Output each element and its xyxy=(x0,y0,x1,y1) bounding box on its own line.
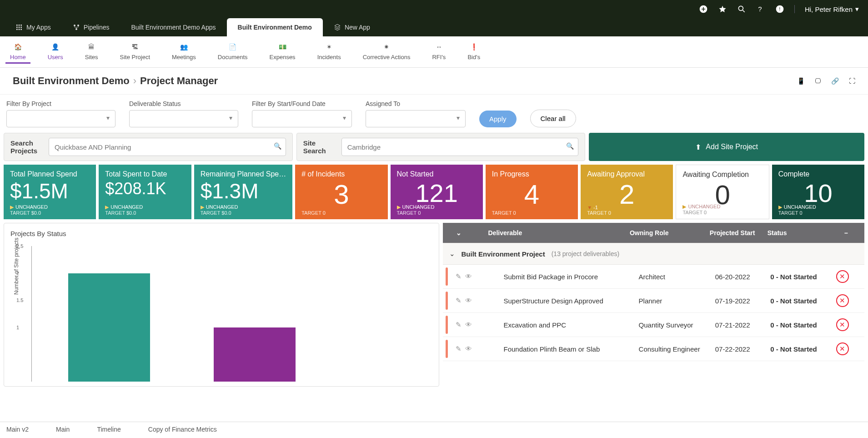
table-row[interactable]: ✎👁 Submit Bid Package in Procore Archite… xyxy=(443,265,865,289)
card-complete[interactable]: Complete 10 ▶UNCHANGEDTARGET 0 xyxy=(772,165,864,219)
search-icon[interactable]: 🔍 xyxy=(566,142,574,150)
filter-status-select[interactable] xyxy=(129,110,238,127)
card-remaining[interactable]: Remaining Planned Spe… $1.3M ▶UNCHANGEDT… xyxy=(194,165,293,219)
clear-button[interactable]: Clear all xyxy=(530,110,576,127)
filter-project-select[interactable] xyxy=(6,110,115,127)
share-icon[interactable]: 🔗 xyxy=(831,77,839,85)
present-icon[interactable]: 🖵 xyxy=(815,77,821,85)
view-icon[interactable]: 👁 xyxy=(465,321,472,329)
tab-new-app[interactable]: New App xyxy=(323,18,381,36)
alert-icon[interactable]: ! xyxy=(775,5,784,14)
apply-button[interactable]: Apply xyxy=(479,111,517,127)
search-site-input[interactable] xyxy=(341,138,579,156)
search-row: Search Projects 🔍 Site Search 🔍 ⬆ Add Si… xyxy=(0,133,868,161)
user-menu[interactable]: Hi, Peter Rifken ▾ xyxy=(805,5,859,13)
nav-sites[interactable]: 🏛Sites xyxy=(80,40,103,64)
filter-project-label: Filter By Project xyxy=(6,100,115,107)
cell-deliverable: SuperStructure Design Approved xyxy=(486,297,635,305)
th-role[interactable]: Owning Role xyxy=(626,229,706,237)
card-not-started[interactable]: Not Started 121 ▶UNCHANGEDTARGET 0 xyxy=(391,165,483,219)
table-row[interactable]: ✎👁 SuperStructure Design Approved Planne… xyxy=(443,289,865,313)
nav-users[interactable]: 👤Users xyxy=(43,40,68,64)
card-awaiting-approval[interactable]: Awaiting Approval 2 ▼ -1TARGET 0 xyxy=(581,165,673,219)
cell-date: 06-20-2022 xyxy=(712,273,767,281)
breadcrumb-app[interactable]: Built Environment Demo xyxy=(13,75,130,87)
view-icon[interactable]: 👁 xyxy=(465,272,472,281)
status-stripe xyxy=(446,267,448,286)
svg-rect-5 xyxy=(16,25,18,26)
search-icon[interactable] xyxy=(737,5,746,14)
tab-my-apps[interactable]: My Apps xyxy=(5,18,62,36)
tab-demo-apps[interactable]: Built Environment Demo Apps xyxy=(120,18,227,36)
card-planned-spend[interactable]: Total Planned Spend $1.5M ▶UNCHANGEDTARG… xyxy=(4,165,96,219)
svg-rect-6 xyxy=(19,25,20,26)
edit-icon[interactable]: ✎ xyxy=(456,272,462,281)
table-row[interactable]: ✎👁 Foundation Plinth Beam or Slab Consul… xyxy=(443,337,865,361)
nav-documents[interactable]: 📄Documents xyxy=(213,40,252,64)
nav-incidents[interactable]: ✶Incidents xyxy=(313,40,346,64)
nav-meetings[interactable]: 👥Meetings xyxy=(167,40,201,64)
view-icon[interactable]: 👁 xyxy=(465,297,472,305)
chart-bar[interactable] xyxy=(214,327,296,382)
deliverables-table: ⌄ Deliverable Owning Role Projected Star… xyxy=(443,223,865,387)
add-icon[interactable] xyxy=(699,5,708,14)
page-tab-timeline[interactable]: Timeline xyxy=(97,426,120,434)
search-icon[interactable]: 🔍 xyxy=(274,142,281,150)
edit-icon[interactable]: ✎ xyxy=(456,321,462,329)
delete-button[interactable]: ✕ xyxy=(836,342,849,355)
th-status[interactable]: Status xyxy=(764,229,833,237)
fullscreen-icon[interactable]: ⛶ xyxy=(849,77,855,85)
expand-all-icon[interactable]: ⌄ xyxy=(447,229,470,237)
tab-new-app-label: New App xyxy=(345,24,370,31)
kpi-cards: Total Planned Spend $1.5M ▶UNCHANGEDTARG… xyxy=(0,165,868,219)
status-stripe xyxy=(446,292,448,310)
status-stripe xyxy=(446,316,448,334)
card-incidents[interactable]: # of Incidents 3 TARGET 0 xyxy=(295,165,387,219)
tab-demo-apps-label: Built Environment Demo Apps xyxy=(131,24,216,31)
filter-bar: Filter By Project Deliverable Status Fil… xyxy=(0,95,868,133)
nav-rfis[interactable]: ↔RFI's xyxy=(427,40,450,64)
cell-role: Quantity Surveyor xyxy=(635,321,712,329)
chart-bar[interactable] xyxy=(68,273,150,382)
nav-bids[interactable]: ❗Bid's xyxy=(463,40,485,64)
nav-home[interactable]: 🏠Home xyxy=(5,40,30,64)
nav-corrective[interactable]: ✷Corrective Actions xyxy=(358,40,415,64)
page-tabs: Main v2 Main Timeline Copy of Finance Me… xyxy=(0,422,868,438)
add-site-project-button[interactable]: ⬆ Add Site Project xyxy=(589,133,864,161)
card-spent[interactable]: Total Spent to Date $208.1K ▶UNCHANGEDTA… xyxy=(99,165,191,219)
svg-point-15 xyxy=(77,25,79,26)
card-awaiting-completion[interactable]: Awaiting Completion 0 ▶UNCHANGEDTARGET 0 xyxy=(676,165,769,219)
tab-my-apps-label: My Apps xyxy=(26,24,51,31)
group-name: Built Environment Project xyxy=(462,250,545,258)
delete-button[interactable]: ✕ xyxy=(836,318,849,331)
th-date[interactable]: Projected Start xyxy=(706,229,764,237)
search-projects-input[interactable] xyxy=(49,138,286,156)
nav-site-project[interactable]: 🏗Site Project xyxy=(115,40,155,64)
edit-icon[interactable]: ✎ xyxy=(456,297,462,305)
filter-date-select[interactable] xyxy=(252,110,352,127)
page-tab-main-v2[interactable]: Main v2 xyxy=(6,426,29,434)
main-content: Projects By Status Number of Site projec… xyxy=(0,219,868,390)
table-group-row[interactable]: ⌄ Built Environment Project (13 project … xyxy=(443,243,865,265)
view-icon[interactable]: 👁 xyxy=(465,345,472,353)
mobile-icon[interactable]: 📱 xyxy=(797,77,805,85)
page-tab-finance[interactable]: Copy of Finance Metrics xyxy=(148,426,217,434)
star-icon[interactable] xyxy=(718,5,727,14)
nav-expenses[interactable]: 💵Expenses xyxy=(265,40,300,64)
edit-icon[interactable]: ✎ xyxy=(456,345,462,353)
chart-projects-by-status: Projects By Status Number of Site projec… xyxy=(4,223,439,387)
page-tab-main[interactable]: Main xyxy=(56,426,70,434)
cell-deliverable: Foundation Plinth Beam or Slab xyxy=(486,345,635,353)
card-in-progress[interactable]: In Progress 4 TARGET 0 xyxy=(486,165,578,219)
delete-button[interactable]: ✕ xyxy=(836,270,849,283)
delete-button[interactable]: ✕ xyxy=(836,294,849,307)
tab-pipelines[interactable]: Pipelines xyxy=(62,18,120,36)
th-deliverable[interactable]: Deliverable xyxy=(470,229,626,237)
table-row[interactable]: ✎👁 Excavation and PPC Quantity Surveyor … xyxy=(443,313,865,337)
svg-point-16 xyxy=(75,28,77,30)
filter-assigned-select[interactable] xyxy=(366,110,466,127)
svg-rect-12 xyxy=(19,29,20,30)
breadcrumb-sep: › xyxy=(133,75,136,87)
tab-built-environment-demo[interactable]: Built Environment Demo xyxy=(227,18,323,36)
help-icon[interactable]: ? xyxy=(756,5,765,14)
